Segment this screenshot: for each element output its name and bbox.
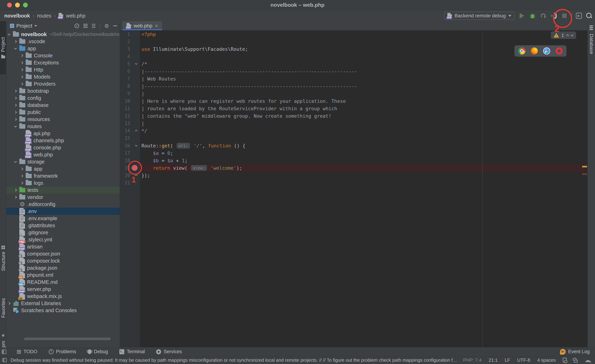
tree-item-storage[interactable]: storage (6, 158, 120, 165)
code-line-9[interactable]: 9| (120, 90, 587, 97)
locate-file-button[interactable] (75, 24, 79, 28)
chevron-closed-icon[interactable] (14, 196, 17, 199)
database-tool-tab[interactable]: Database (589, 34, 594, 54)
chevron-closed-icon[interactable] (14, 40, 17, 43)
unlock-icon[interactable] (574, 360, 578, 363)
encoding[interactable]: UTF-8 (517, 357, 530, 363)
gutter-line-6[interactable]: 6 (120, 68, 140, 75)
code-line-20[interactable]: 20}); (120, 172, 587, 179)
next-warning-icon[interactable] (571, 34, 574, 36)
chrome-icon[interactable] (518, 47, 525, 55)
code-line-8[interactable]: 8|--------------------------------------… (120, 83, 587, 90)
expand-all-button[interactable] (83, 26, 88, 26)
tree-item-providers[interactable]: Providers (6, 80, 120, 87)
previous-warning-icon[interactable] (566, 34, 569, 37)
tree-item-tests[interactable]: tests (6, 187, 120, 194)
gutter-line-11[interactable]: 11 (120, 105, 140, 112)
code-line-10[interactable]: 10| Here is where you can register web r… (120, 97, 587, 105)
chevron-closed-icon[interactable] (14, 118, 17, 121)
tree-item--vscode[interactable]: .vscode (6, 38, 120, 45)
chevron-closed-icon[interactable] (21, 61, 23, 64)
tree-item-channels-php[interactable]: PHPchannels.php (6, 137, 120, 144)
gutter-line-8[interactable]: 8 (120, 83, 140, 90)
project-tool-tab[interactable]: Project (0, 21, 6, 74)
gear-icon[interactable]: ⚙ (104, 23, 109, 29)
run-tool-window-button[interactable] (576, 13, 582, 19)
caret-position[interactable]: 21:1 (489, 357, 498, 363)
gutter-line-9[interactable]: 9 (120, 90, 140, 97)
gutter-line-14[interactable]: 14 (120, 127, 140, 134)
tree-item-console-php[interactable]: PHPconsole.php (6, 144, 120, 151)
php-version[interactable]: PHP: 7.4 (463, 357, 482, 363)
opera-icon[interactable] (556, 47, 563, 55)
chevron-closed-icon[interactable] (14, 189, 17, 191)
status-message[interactable]: Debug session was finished without being… (11, 357, 459, 363)
chevron-open-icon[interactable] (8, 33, 11, 35)
breadcrumb-file[interactable]: web.php (66, 13, 85, 19)
code-editor[interactable]: 1<?php23use Illuminate\Support\Facades\R… (120, 30, 587, 347)
indent-config-icon[interactable] (563, 358, 567, 363)
collapse-all-button[interactable] (92, 26, 95, 26)
gutter-line-10[interactable]: 10 (120, 97, 140, 105)
code-line-21[interactable]: 21 (120, 179, 587, 187)
tree-item-models[interactable]: Models (6, 73, 120, 80)
tree-item-server-php[interactable]: PHPserver.php (6, 286, 120, 293)
code-line-19[interactable]: 19 return view( view: 'welcome'); (120, 164, 587, 172)
code-line-2[interactable]: 2 (120, 38, 587, 45)
tree-item--gitignore[interactable]: ⊘.gitignore (6, 229, 120, 236)
status-toggle-icon[interactable] (2, 358, 7, 362)
tree-item-novelbook[interactable]: novelbook~/Self-help/Docker/novelbook/no (6, 31, 120, 38)
tab-web-php[interactable]: PHP web.php × (122, 21, 162, 30)
code-line-18[interactable]: 18 $b = $a + 1; (120, 157, 587, 164)
structure-tool-tab[interactable]: Structure (1, 252, 6, 271)
tool-tab-debug[interactable]: Debug (88, 349, 108, 354)
tree-item-external-libraries[interactable]: External Libraries (6, 300, 120, 307)
tree-item-package-json[interactable]: {}package.json (6, 264, 120, 272)
firefox-icon[interactable] (531, 47, 538, 55)
fold-marker[interactable] (135, 130, 138, 133)
chevron-closed-icon[interactable] (14, 90, 17, 92)
gutter-line-13[interactable]: 13 (120, 120, 140, 127)
tree-item-api-php[interactable]: PHPapi.php (6, 130, 120, 137)
breadcrumb-folder[interactable]: routes (37, 13, 51, 19)
code-line-17[interactable]: 17 $a = 0; (120, 149, 587, 157)
tree-item-app[interactable]: app (6, 45, 120, 52)
chevron-closed-icon[interactable] (21, 54, 23, 57)
tree-item-readme-md[interactable]: MDREADME.md (6, 279, 120, 286)
tool-window-switcher-icon[interactable] (2, 350, 6, 354)
search-everywhere-button[interactable] (586, 12, 593, 19)
gutter-line-17[interactable]: 17 (120, 149, 140, 157)
debug-button[interactable] (529, 12, 536, 19)
tree-item--editorconfig[interactable]: ⚙.editorconfig (6, 201, 120, 208)
tree-item-routes[interactable]: routes (6, 123, 120, 130)
gutter-line-4[interactable]: 4 (120, 53, 140, 60)
sync-help-icon[interactable]: ☁ (585, 357, 590, 363)
breadcrumb-project[interactable]: novelbook (4, 13, 30, 19)
event-log-button[interactable]: 9+ Event Log (560, 349, 595, 355)
tree-item--styleci-yml[interactable]: YML.styleci.yml (6, 236, 120, 243)
code-line-5[interactable]: 5/* (120, 60, 587, 68)
tree-item-webpack-mix-js[interactable]: JSwebpack.mix.js (6, 293, 120, 300)
tree-item-scratches-and-consoles[interactable]: Scratches and Consoles (6, 307, 120, 314)
safari-icon[interactable] (543, 47, 550, 55)
chevron-closed-icon[interactable] (14, 97, 17, 99)
line-ending[interactable]: LF (505, 357, 510, 363)
tree-item-artisan[interactable]: PHPartisan (6, 243, 120, 250)
code-line-15[interactable]: 15 (120, 134, 587, 142)
tree-item-public[interactable]: public (6, 109, 120, 116)
gutter-line-15[interactable]: 15 (120, 134, 140, 142)
chevron-open-icon[interactable] (14, 47, 17, 49)
tree-item-http[interactable]: Http (6, 66, 120, 73)
tree-item-exceptions[interactable]: Exceptions (6, 59, 120, 66)
indent-setting[interactable]: 4 spaces (537, 357, 556, 363)
run-button[interactable] (518, 12, 525, 19)
stripe-dim-mark[interactable] (582, 173, 587, 175)
tree-item-database[interactable]: database (6, 102, 120, 109)
chevron-closed-icon[interactable] (14, 111, 17, 114)
tree-item-composer-json[interactable]: {}composer.json (6, 250, 120, 257)
tree-item--env[interactable]: .env (6, 208, 120, 215)
favorites-tool-tab[interactable]: Favorites (1, 298, 6, 318)
chevron-closed-icon[interactable] (8, 302, 11, 305)
code-line-13[interactable]: 13| (120, 120, 587, 127)
fold-marker[interactable] (135, 62, 138, 65)
